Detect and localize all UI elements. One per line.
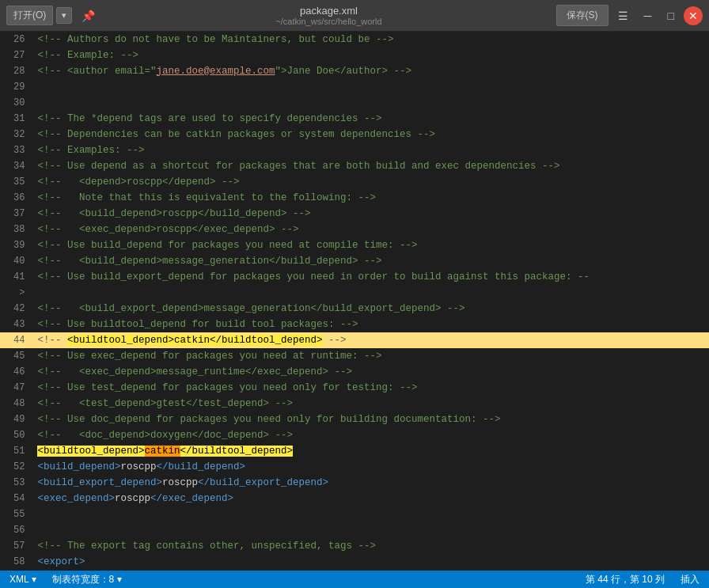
table-row: 28 <!-- <author email="jane.doe@example.… xyxy=(0,63,709,79)
line-number: 49 xyxy=(0,412,34,427)
table-row: 58 <export> xyxy=(0,554,709,570)
editor-content[interactable]: 26 <!-- Authors do not have to be Mainta… xyxy=(0,32,709,571)
line-number: 46 xyxy=(0,364,34,380)
line-content xyxy=(34,285,709,301)
line-content: <!-- <buildtool_depend>catkin</buildtool… xyxy=(34,332,709,348)
line-content: <build_export_depend>roscpp</build_expor… xyxy=(34,475,709,491)
file-path: ~/catkin_ws/src/hello_world xyxy=(101,17,555,26)
cursor-position: 第 44 行，第 10 列 xyxy=(586,573,665,586)
line-content: <!-- <doc_depend>doxygen</doc_depend> --… xyxy=(34,427,709,443)
line-number: 31 xyxy=(0,111,34,127)
line-number: 55 xyxy=(0,506,34,522)
titlebar-left: 打开(O) ▾ 📌 xyxy=(6,6,101,25)
table-row: 47 <!-- Use test_depend for packages you… xyxy=(0,380,709,396)
line-content: <!-- Note that this is equivalent to the… xyxy=(34,190,709,206)
table-row: 41 <!-- Use build_export_depend for pack… xyxy=(0,269,709,285)
line-content: <!-- Dependencies can be catkin packages… xyxy=(34,127,709,142)
line-number: 47 xyxy=(0,380,34,396)
line-content: <!-- Example: --> xyxy=(34,47,709,63)
line-number: 51 xyxy=(0,443,34,459)
line-number: 48 xyxy=(0,396,34,412)
statusbar-right: 第 44 行，第 10 列 插入 xyxy=(586,573,700,586)
open-dropdown-button[interactable]: ▾ xyxy=(56,7,72,24)
line-number: 52 xyxy=(0,459,34,475)
table-row: 46 <!-- <exec_depend>message_runtime</ex… xyxy=(0,364,709,380)
line-content: <!-- <author email="jane.doe@example.com… xyxy=(34,63,709,79)
line-content: <!-- The export tag contains other, unsp… xyxy=(34,538,709,554)
line-content: <!-- <test_depend>gtest</test_depend> --… xyxy=(34,396,709,412)
line-number: 37 xyxy=(0,206,34,222)
line-number: 32 xyxy=(0,127,34,142)
table-row: 40 <!-- <build_depend>message_generation… xyxy=(0,253,709,269)
table-row: 50 <!-- <doc_depend>doxygen</doc_depend>… xyxy=(0,427,709,443)
line-number: > xyxy=(0,285,34,301)
line-content: <!-- <depend>roscpp</depend> --> xyxy=(34,174,709,190)
table-row: 43 <!-- Use buildtool_depend for build t… xyxy=(0,317,709,332)
line-content: <!-- Use exec_depend for packages you ne… xyxy=(34,348,709,364)
line-content: <!-- Use build_depend for packages you n… xyxy=(34,237,709,253)
table-row: 51 <buildtool_depend>catkin</buildtool_d… xyxy=(0,443,709,459)
table-row: 54 <exec_depend>roscpp</exec_depend> xyxy=(0,491,709,506)
table-row: 38 <!-- <exec_depend>roscpp</exec_depend… xyxy=(0,222,709,237)
line-number: 26 xyxy=(0,32,34,47)
line-number: 42 xyxy=(0,301,34,317)
menu-button[interactable]: ☰ xyxy=(612,6,635,25)
table-row: 33 <!-- Examples: --> xyxy=(0,142,709,158)
line-content: <exec_depend>roscpp</exec_depend> xyxy=(34,491,709,506)
table-row: > xyxy=(0,285,709,301)
line-content: <buildtool_depend>catkin</buildtool_depe… xyxy=(34,443,709,459)
line-number: 33 xyxy=(0,142,34,158)
line-number: 56 xyxy=(0,522,34,538)
line-content: <!-- Authors do not have to be Maintaine… xyxy=(34,32,709,47)
maximize-button[interactable]: □ xyxy=(662,6,681,25)
statusbar: XML ▾ 制表符宽度：8 ▾ 第 44 行，第 10 列 插入 xyxy=(0,571,709,588)
line-content: <!-- <build_depend>roscpp</build_depend>… xyxy=(34,206,709,222)
table-row: 55 xyxy=(0,506,709,522)
line-number: 53 xyxy=(0,475,34,491)
line-number: 40 xyxy=(0,253,34,269)
table-row: 36 <!-- Note that this is equivalent to … xyxy=(0,190,709,206)
line-number: 44 xyxy=(0,332,34,348)
table-row: 37 <!-- <build_depend>roscpp</build_depe… xyxy=(0,206,709,222)
line-number: 43 xyxy=(0,317,34,332)
table-row: 39 <!-- Use build_depend for packages yo… xyxy=(0,237,709,253)
line-number: 41 xyxy=(0,269,34,285)
line-content: <!-- Use buildtool_depend for build tool… xyxy=(34,317,709,332)
table-row: 42 <!-- <build_export_depend>message_gen… xyxy=(0,301,709,317)
line-content: <!-- The *depend tags are used to specif… xyxy=(34,111,709,127)
code-table: 26 <!-- Authors do not have to be Mainta… xyxy=(0,32,709,571)
editor: 26 <!-- Authors do not have to be Mainta… xyxy=(0,32,709,571)
table-row: 49 <!-- Use doc_depend for packages you … xyxy=(0,412,709,427)
close-button[interactable]: ✕ xyxy=(684,6,703,25)
line-number: 29 xyxy=(0,79,34,95)
editor-mode: 插入 xyxy=(681,573,700,586)
table-row: 31 <!-- The *depend tags are used to spe… xyxy=(0,111,709,127)
table-row: 35 <!-- <depend>roscpp</depend> --> xyxy=(0,174,709,190)
table-row: 34 <!-- Use depend as a shortcut for pac… xyxy=(0,158,709,174)
line-content: <export> xyxy=(34,554,709,570)
titlebar-right: 保存(S) ☰ ─ □ ✕ xyxy=(556,5,703,26)
line-number: 50 xyxy=(0,427,34,443)
line-number: 30 xyxy=(0,95,34,111)
line-number: 28 xyxy=(0,63,34,79)
line-content: <!-- Use doc_depend for packages you nee… xyxy=(34,412,709,427)
line-content: <!-- Examples: --> xyxy=(34,142,709,158)
table-row: 56 xyxy=(0,522,709,538)
titlebar-center: package.xml ~/catkin_ws/src/hello_world xyxy=(101,5,555,26)
titlebar: 打开(O) ▾ 📌 package.xml ~/catkin_ws/src/he… xyxy=(0,0,709,32)
save-button[interactable]: 保存(S) xyxy=(556,5,609,26)
line-number: 34 xyxy=(0,158,34,174)
table-row: 26 <!-- Authors do not have to be Mainta… xyxy=(0,32,709,47)
language-selector[interactable]: XML ▾ xyxy=(9,574,36,585)
table-row: 45 <!-- Use exec_depend for packages you… xyxy=(0,348,709,364)
pin-button[interactable]: 📌 xyxy=(75,7,101,25)
table-row: 48 <!-- <test_depend>gtest</test_depend>… xyxy=(0,396,709,412)
line-content: <!-- Use test_depend for packages you ne… xyxy=(34,380,709,396)
open-button[interactable]: 打开(O) xyxy=(6,6,53,25)
line-content: <!-- <exec_depend>message_runtime</exec_… xyxy=(34,364,709,380)
minimize-button[interactable]: ─ xyxy=(638,6,658,25)
tab-width-selector[interactable]: 制表符宽度：8 ▾ xyxy=(52,573,122,586)
line-content: <!-- <build_export_depend>message_genera… xyxy=(34,301,709,317)
line-number: 39 xyxy=(0,237,34,253)
line-number: 38 xyxy=(0,222,34,237)
